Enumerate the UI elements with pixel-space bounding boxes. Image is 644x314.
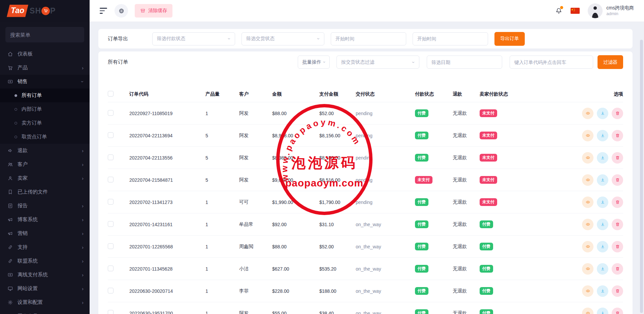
row-checkbox[interactable]: [108, 132, 114, 138]
sidebar-item-卖家[interactable]: 卖家›: [0, 171, 90, 185]
customer-name: 牟品常: [239, 221, 272, 228]
status-badge: 付费: [415, 309, 428, 314]
gear-icon: [7, 300, 13, 305]
clear-cache-button[interactable]: 清除缓存: [135, 4, 172, 18]
hamburger-menu-icon[interactable]: [100, 8, 107, 13]
sidebar-item-label: 卖家: [18, 175, 82, 181]
sidebar-item-博客系统[interactable]: 博客系统›: [0, 213, 90, 226]
delete-order-button[interactable]: [612, 308, 623, 314]
sidebar-item-工作人员[interactable]: 工作人员›: [0, 309, 90, 314]
sidebar-item-营销[interactable]: 营销›: [0, 226, 90, 240]
delivery-status-select[interactable]: 筛选交货状态 ›: [242, 32, 324, 45]
sidebar-item-仪表板[interactable]: 仪表板: [0, 47, 90, 61]
delete-order-button[interactable]: [612, 219, 623, 230]
row-checkbox[interactable]: [108, 221, 114, 227]
download-invoice-button[interactable]: [597, 308, 608, 314]
delete-order-button[interactable]: [612, 108, 623, 119]
row-checkbox[interactable]: [108, 266, 114, 271]
delivery-filter-select[interactable]: 按交货状态过滤 ›: [336, 56, 419, 69]
sidebar-item-客户[interactable]: 客户›: [0, 158, 90, 171]
delete-order-button[interactable]: [612, 174, 623, 186]
download-invoice-button[interactable]: [597, 285, 608, 297]
payment-status-select[interactable]: 筛选付款状态 ›: [152, 32, 235, 45]
download-icon: [600, 244, 605, 249]
sidebar-subitem-取货点订单[interactable]: 取货点订单: [0, 130, 90, 144]
user-menu[interactable]: cms跨境电商 admin: [588, 3, 634, 18]
chevron-right-icon: ›: [82, 217, 84, 222]
notifications-bell-button[interactable]: [555, 7, 562, 14]
delete-order-button[interactable]: [612, 197, 623, 208]
sidebar-subitem-内部订单[interactable]: 内部订单: [0, 102, 90, 116]
delete-order-button[interactable]: [612, 285, 623, 297]
view-order-button[interactable]: [582, 152, 593, 164]
sidebar-subitem-卖方订单[interactable]: 卖方订单: [0, 116, 90, 130]
start-time-input[interactable]: [331, 32, 406, 45]
sidebar-item-网站设置[interactable]: 网站设置›: [0, 282, 90, 295]
delete-order-button[interactable]: [612, 263, 623, 275]
download-icon: [600, 177, 605, 182]
filter-button[interactable]: 过滤器: [598, 55, 623, 69]
download-invoice-button[interactable]: [597, 152, 608, 164]
delete-order-button[interactable]: [612, 241, 623, 252]
row-checkbox[interactable]: [108, 199, 114, 205]
sidebar-item-报告[interactable]: 报告›: [0, 199, 90, 213]
view-order-button[interactable]: [582, 130, 593, 141]
scrollbar-thumb[interactable]: [640, 40, 643, 313]
export-orders-button[interactable]: 导出订单: [494, 32, 525, 46]
customer-name: 阿发: [239, 155, 272, 161]
row-checkbox[interactable]: [108, 177, 114, 182]
column-header: 客户: [239, 91, 272, 97]
sidebar-item-联盟系统[interactable]: 联盟系统›: [0, 254, 90, 268]
sidebar-search-input[interactable]: [5, 27, 84, 42]
view-order-button[interactable]: [582, 108, 593, 119]
sidebar-item-支持[interactable]: 支持›: [0, 240, 90, 254]
sales-icon: [7, 79, 13, 84]
sidebar-item-销售[interactable]: 销售›: [0, 75, 90, 89]
view-order-button[interactable]: [582, 197, 593, 208]
sidebar-item-设置和配置[interactable]: 设置和配置›: [0, 295, 90, 309]
row-checkbox[interactable]: [108, 110, 114, 116]
download-invoice-button[interactable]: [597, 241, 608, 252]
language-globe-button[interactable]: [115, 4, 128, 18]
view-order-button[interactable]: [582, 174, 593, 186]
date-filter-input[interactable]: [427, 56, 502, 69]
status-badge: 付费: [480, 265, 493, 272]
sidebar-subitem-所有订单[interactable]: 所有订单: [0, 89, 90, 102]
sidebar-item-离线支付系统[interactable]: 离线支付系统›: [0, 268, 90, 282]
view-order-button[interactable]: [582, 219, 593, 230]
sidebar-item-label: 产品: [18, 65, 82, 71]
logo[interactable]: Tao SH P: [0, 0, 90, 22]
view-order-button[interactable]: [582, 241, 593, 252]
row-checkbox[interactable]: [108, 310, 114, 314]
download-invoice-button[interactable]: [597, 219, 608, 230]
order-code: 20220701-11345628: [129, 266, 205, 272]
customer-name: 周鑫閲: [239, 244, 272, 250]
delete-order-button[interactable]: [612, 130, 623, 141]
download-invoice-button[interactable]: [597, 174, 608, 186]
sidebar-item-已上传的文件[interactable]: 已上传的文件: [0, 185, 90, 199]
row-checkbox[interactable]: [108, 288, 114, 293]
sidebar-item-产品[interactable]: 产品›: [0, 61, 90, 75]
download-invoice-button[interactable]: [597, 263, 608, 275]
view-order-button[interactable]: [582, 308, 593, 314]
row-checkbox[interactable]: [108, 154, 114, 160]
delete-order-button[interactable]: [612, 152, 623, 164]
view-order-button[interactable]: [582, 285, 593, 297]
product-qty: 1: [205, 244, 239, 249]
status-badge: 付费: [415, 265, 428, 272]
download-invoice-button[interactable]: [597, 197, 608, 208]
bulk-action-button[interactable]: 批量操作 ›: [298, 56, 330, 69]
order-code-input[interactable]: [510, 56, 593, 69]
download-invoice-button[interactable]: [597, 130, 608, 141]
view-order-button[interactable]: [582, 263, 593, 275]
row-checkbox[interactable]: [108, 243, 114, 249]
end-time-input[interactable]: [413, 32, 488, 45]
download-invoice-button[interactable]: [597, 108, 608, 119]
language-flag-button[interactable]: [571, 8, 580, 14]
chevron-right-icon: ›: [82, 300, 84, 305]
sidebar-item-退款[interactable]: 退款›: [0, 144, 90, 158]
sidebar: Tao SH P 仪表板产品›销售›所有订单内部订单卖方订单取货点订单退款›客户…: [0, 0, 90, 314]
table-row: 20220630-195317001阿发$55.00$38.40on_the_w…: [108, 302, 623, 314]
status-badge: 付费: [480, 287, 493, 294]
select-all-checkbox[interactable]: [108, 91, 114, 97]
